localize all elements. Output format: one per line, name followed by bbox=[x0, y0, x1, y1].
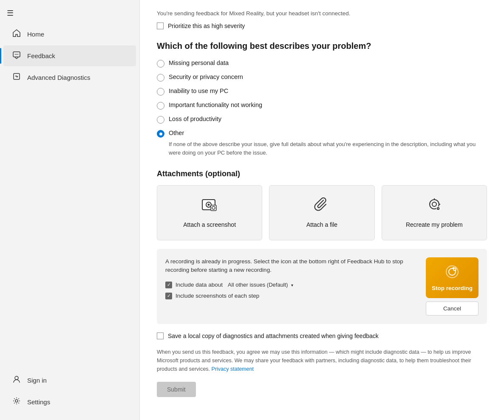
problem-heading: Which of the following best describes yo… bbox=[157, 41, 487, 51]
include-data-checkbox[interactable] bbox=[165, 282, 172, 288]
recording-actions: Stop recording Cancel bbox=[426, 257, 479, 316]
radio-item-security-privacy[interactable]: Security or privacy concern bbox=[157, 73, 487, 82]
priority-checkbox[interactable] bbox=[157, 23, 164, 29]
include-data-row: Include data about All other issues (Def… bbox=[165, 282, 419, 288]
svg-line-7 bbox=[17, 76, 18, 77]
stop-recording-label: Stop recording bbox=[432, 285, 473, 291]
stop-recording-icon bbox=[445, 264, 460, 282]
sidebar-item-feedback[interactable]: Feedback bbox=[3, 45, 136, 66]
sidebar-item-advanced-diagnostics-label: Advanced Diagnostics bbox=[27, 74, 90, 81]
radio-item-important-functionality[interactable]: Important functionality not working bbox=[157, 101, 487, 110]
save-local-checkbox[interactable] bbox=[157, 333, 164, 339]
include-screenshots-row: Include screenshots of each step bbox=[165, 293, 419, 299]
radio-group: Missing personal data Security or privac… bbox=[157, 59, 487, 157]
svg-point-8 bbox=[15, 376, 18, 380]
radio-item-missing-personal-data[interactable]: Missing personal data bbox=[157, 59, 487, 68]
privacy-link[interactable]: Privacy statement bbox=[212, 366, 254, 372]
radio-inability-use-pc[interactable] bbox=[157, 88, 164, 96]
radio-label-other: Other bbox=[169, 130, 184, 136]
attachments-heading: Attachments (optional) bbox=[157, 169, 487, 178]
svg-point-12 bbox=[208, 204, 210, 206]
cancel-button[interactable]: Cancel bbox=[426, 302, 479, 316]
save-local-row: Save a local copy of diagnostics and att… bbox=[157, 333, 487, 339]
attach-screenshot-card[interactable]: Attach a screenshot bbox=[157, 185, 262, 240]
svg-point-9 bbox=[15, 400, 18, 402]
svg-rect-25 bbox=[454, 268, 456, 270]
sidebar-item-sign-in[interactable]: Sign in bbox=[3, 370, 136, 391]
sidebar-item-settings[interactable]: Settings bbox=[3, 392, 136, 412]
radio-loss-productivity[interactable] bbox=[157, 116, 164, 124]
attach-file-label: Attach a file bbox=[306, 221, 337, 228]
radio-label-loss-productivity: Loss of productivity bbox=[169, 116, 221, 122]
sidebar-item-feedback-label: Feedback bbox=[27, 52, 55, 59]
radio-label-missing-personal-data: Missing personal data bbox=[169, 59, 229, 66]
gear-icon bbox=[12, 397, 21, 407]
radio-missing-personal-data[interactable] bbox=[157, 60, 164, 68]
radio-label-important-functionality: Important functionality not working bbox=[169, 101, 262, 108]
recreate-icon bbox=[426, 197, 442, 216]
hamburger-menu[interactable]: ☰ bbox=[0, 3, 139, 23]
include-data-label: Include data about bbox=[176, 282, 223, 288]
sidebar: ☰ Home Feedback bbox=[0, 0, 139, 420]
radio-label-security-privacy: Security or privacy concern bbox=[169, 73, 243, 80]
recording-message: A recording is already in progress. Sele… bbox=[165, 257, 419, 275]
svg-point-22 bbox=[446, 266, 458, 278]
screenshot-icon bbox=[201, 197, 218, 216]
settings-label: Settings bbox=[27, 398, 50, 406]
radio-other[interactable] bbox=[157, 130, 164, 138]
svg-point-16 bbox=[432, 202, 436, 206]
svg-point-2 bbox=[16, 54, 17, 55]
svg-point-3 bbox=[17, 54, 18, 55]
radio-important-functionality[interactable] bbox=[157, 102, 164, 110]
file-icon bbox=[314, 197, 329, 216]
legal-text: When you send us this feedback, you agre… bbox=[157, 348, 487, 373]
save-local-label: Save a local copy of diagnostics and att… bbox=[168, 333, 379, 339]
priority-row: Prioritize this as high severity bbox=[157, 23, 487, 29]
recording-container: A recording is already in progress. Sele… bbox=[157, 249, 487, 324]
sign-in-label: Sign in bbox=[27, 377, 47, 384]
diagnostics-icon bbox=[12, 72, 21, 83]
main-content: You're sending feedback for Mixed Realit… bbox=[139, 0, 504, 420]
radio-item-inability-use-pc[interactable]: Inability to use my PC bbox=[157, 87, 487, 96]
include-data-dropdown[interactable]: All other issues (Default) ▾ bbox=[228, 282, 293, 288]
svg-rect-13 bbox=[211, 205, 216, 211]
svg-point-1 bbox=[15, 54, 16, 55]
info-text: You're sending feedback for Mixed Realit… bbox=[157, 10, 487, 17]
sidebar-nav: Home Feedback bbox=[0, 23, 139, 369]
recreate-problem-label: Recreate my problem bbox=[406, 221, 463, 228]
dropdown-arrow-icon: ▾ bbox=[291, 283, 293, 288]
home-icon bbox=[12, 29, 21, 39]
feedback-icon bbox=[12, 51, 21, 61]
priority-label: Prioritize this as high severity bbox=[168, 23, 245, 29]
include-screenshots-label: Include screenshots of each step bbox=[176, 293, 259, 299]
submit-button[interactable]: Submit bbox=[157, 382, 196, 397]
recording-info: A recording is already in progress. Sele… bbox=[165, 257, 419, 316]
other-hint: If none of the above describe your issue… bbox=[169, 140, 487, 157]
attach-cards: Attach a screenshot Attach a file bbox=[157, 185, 487, 240]
radio-item-other[interactable]: Other If none of the above describe your… bbox=[157, 130, 487, 157]
recreate-problem-card[interactable]: Recreate my problem bbox=[382, 185, 487, 240]
sidebar-bottom: Sign in Settings bbox=[0, 369, 139, 420]
include-screenshots-checkbox[interactable] bbox=[165, 293, 172, 299]
sidebar-item-advanced-diagnostics[interactable]: Advanced Diagnostics bbox=[3, 67, 136, 88]
radio-label-inability-use-pc: Inability to use my PC bbox=[169, 87, 228, 94]
attach-screenshot-label: Attach a screenshot bbox=[183, 221, 236, 228]
attach-file-card[interactable]: Attach a file bbox=[269, 185, 374, 240]
radio-item-loss-productivity[interactable]: Loss of productivity bbox=[157, 116, 487, 124]
radio-security-privacy[interactable] bbox=[157, 74, 164, 82]
sidebar-item-home-label: Home bbox=[27, 31, 44, 38]
stop-recording-button[interactable]: Stop recording bbox=[426, 257, 479, 298]
person-icon bbox=[12, 375, 21, 386]
sidebar-item-home[interactable]: Home bbox=[3, 24, 136, 45]
svg-point-26 bbox=[453, 267, 454, 269]
